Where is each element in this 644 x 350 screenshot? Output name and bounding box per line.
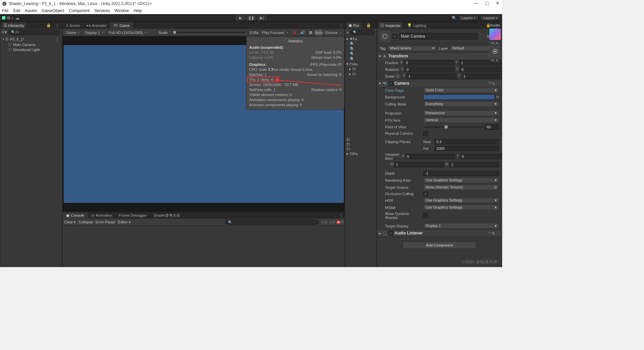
occlusion-checkbox[interactable]: ✓ [423, 191, 428, 196]
clear-flags-dropdown[interactable]: Solid Color▾ [423, 87, 499, 93]
shader-ref-tab[interactable]: Shader参考大全 [150, 212, 183, 219]
collapse-toggle[interactable]: Collapse [78, 220, 93, 224]
rotation-y[interactable] [460, 67, 502, 72]
editor-dropdown[interactable]: Editor ▾ [118, 220, 131, 224]
lock-icon[interactable]: 🔒 [46, 23, 51, 28]
layout-dropdown[interactable]: Layout▾ [480, 15, 500, 20]
viewport-w[interactable] [394, 162, 444, 167]
folder[interactable]: 🗀 [346, 142, 376, 146]
game-mode-dropdown[interactable]: Game▾ [64, 30, 82, 35]
close-button[interactable]: ✕ [496, 1, 499, 6]
clear-button[interactable]: Clear ▾ [64, 220, 76, 224]
menu-file[interactable]: File [2, 8, 8, 13]
pause-button[interactable]: ❚❚ [246, 15, 257, 21]
hierarchy-tab[interactable]: ☰ Hierarchy [2, 23, 26, 28]
viewport-y[interactable] [461, 154, 502, 159]
view-menu-icon[interactable]: ⋮ [337, 23, 344, 28]
audio-mute-icon[interactable]: 🔊 [299, 30, 306, 36]
folder[interactable]: ▸ 🗀 [346, 67, 376, 72]
lock-icon[interactable]: 🔒 [366, 23, 371, 28]
resolution-dropdown[interactable]: Full HD (1920x1080)▾ [107, 30, 157, 35]
gizmos-dropdown[interactable]: Gizmos▾ [323, 30, 343, 35]
info-count[interactable]: ⓘ 0 [321, 220, 327, 224]
layers-dropdown[interactable]: Layers▾ [459, 15, 478, 20]
audio-listener-enabled[interactable]: ✓ [388, 231, 393, 235]
fov-axis-dropdown[interactable]: Vertical▾ [423, 117, 499, 123]
menu-edit[interactable]: Edit [13, 8, 20, 13]
display-dropdown[interactable]: Display 1▾ [83, 30, 105, 35]
console-search[interactable]: 🔍 [225, 219, 319, 225]
rendering-path-dropdown[interactable]: Use Graphics Settings▾ [423, 177, 499, 183]
tag-dropdown[interactable]: MainCamera▾ [388, 45, 437, 51]
scale-slider[interactable] [172, 32, 246, 33]
console-menu-icon[interactable]: ⋮ [337, 213, 344, 218]
play-focused-dropdown[interactable]: Play Focused▾ [260, 30, 290, 35]
error-count[interactable]: ⛔ 0 [336, 220, 343, 224]
step-button[interactable]: ▶| [257, 15, 267, 21]
assets-folder[interactable]: ▾ 🗀 As [346, 61, 376, 67]
project-search[interactable]: 🔍 [350, 30, 375, 35]
help-icon[interactable]: ? [488, 231, 490, 235]
folder[interactable]: 🗀 [346, 137, 376, 142]
near-plane[interactable] [435, 139, 499, 144]
project-tab[interactable]: ▣ Pro [346, 23, 361, 28]
position-x[interactable] [404, 60, 454, 65]
play-button[interactable]: ▶ [235, 15, 246, 21]
viewport-x[interactable] [406, 154, 455, 159]
fav-search-icon[interactable]: 🔍 [346, 51, 376, 56]
component-menu-icon[interactable]: ⋮ [496, 81, 500, 86]
menu-assets[interactable]: Assets [25, 8, 37, 13]
fov-value[interactable] [485, 124, 499, 130]
lighting-tab[interactable]: 💡 Lighting [405, 23, 428, 28]
inspector-tab[interactable]: ⓘ Inspector [378, 22, 402, 29]
component-menu-icon[interactable]: ⋮ [496, 231, 500, 235]
transform-header[interactable]: ▾✢Transform ?⇆⋮ [377, 53, 502, 59]
hdr-dropdown[interactable]: Use Graphics Settings▾ [423, 198, 499, 203]
create-dropdown[interactable]: + ▾ [2, 30, 7, 34]
far-plane[interactable] [435, 146, 499, 151]
favorites-row[interactable]: ▸ ★ Fa [346, 36, 376, 41]
menu-gameobject[interactable]: GameObject [42, 8, 64, 13]
preset-icon[interactable]: ⇆ [492, 231, 495, 235]
animation-tab[interactable]: ◷ Animation [88, 212, 115, 219]
add-component-button[interactable]: Add Component [402, 242, 476, 249]
audio-listener-header[interactable]: ▸🎧 ✓ Audio Listener ?⇆⋮ [377, 230, 502, 236]
menu-window[interactable]: Window [114, 8, 129, 13]
depth-field[interactable] [423, 171, 499, 176]
viewport-h[interactable] [449, 162, 499, 167]
project-add[interactable]: + [346, 30, 348, 34]
warn-count[interactable]: ⚠ 0 [329, 220, 335, 224]
preset-icon[interactable]: ⇆ [492, 81, 495, 86]
help-icon[interactable]: ? [488, 81, 490, 85]
minimize-button[interactable]: — [474, 1, 478, 6]
fav-search-icon[interactable]: 🔍 [346, 46, 376, 51]
fav-search-icon[interactable]: 🔍 [346, 41, 376, 46]
hierarchy-search[interactable]: 🔍 All [8, 30, 61, 35]
scale-y[interactable] [462, 74, 502, 79]
target-texture-field[interactable]: None (Render Texture)⊙ [423, 184, 499, 190]
dynamic-resolution-checkbox[interactable] [423, 213, 428, 218]
culling-mask-dropdown[interactable]: Everything▾ [423, 101, 499, 107]
scene-row[interactable]: ▾⦿P2_6_1*⋮ [0, 36, 62, 42]
gameobject-name-field[interactable] [399, 33, 478, 40]
error-pause-toggle[interactable]: Error Pause [96, 220, 115, 224]
account-menu[interactable]: 楠▾ [2, 15, 13, 20]
frame-debugger-tab[interactable]: Frame Debugger [115, 212, 150, 218]
hierarchy-menu-icon[interactable]: ⋮ [54, 23, 61, 28]
asset-thumbnail[interactable]: ⦿ [489, 46, 501, 57]
menu-services[interactable]: Services [94, 8, 110, 13]
asset-thumbnail[interactable] [489, 29, 501, 40]
camera-enabled[interactable]: ✓ [388, 81, 393, 86]
hierarchy-item-camera[interactable]: ⬡Main Camera [0, 42, 62, 47]
bug-icon[interactable]: 🐞 [291, 30, 298, 36]
stats-toggle[interactable]: Stats [315, 30, 322, 36]
cloud-icon[interactable]: ☁ [15, 15, 19, 20]
stats-grid-icon[interactable]: ▦ [307, 30, 314, 36]
scene-tab[interactable]: # Scene [63, 23, 83, 29]
projection-dropdown[interactable]: Perspective▾ [423, 110, 499, 116]
packages-folder[interactable]: ▸ 🗀 Pa [346, 151, 376, 156]
folder[interactable]: 🗀 [346, 146, 376, 151]
fov-slider[interactable] [423, 127, 484, 128]
scale-link-icon[interactable]: ⛓ [396, 74, 399, 78]
global-search-icon[interactable]: 🔍 [452, 16, 457, 20]
